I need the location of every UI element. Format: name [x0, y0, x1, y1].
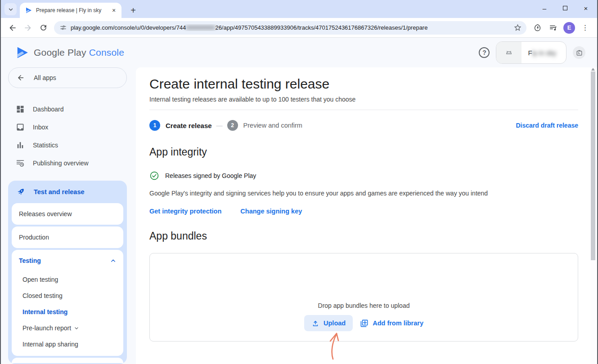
- tab-close-icon[interactable]: ×: [110, 6, 118, 14]
- url-text: play.google.com/console/u/0/developers/7…: [71, 24, 513, 31]
- check-circle-icon: [149, 171, 159, 181]
- add-from-library-button[interactable]: Add from library: [360, 319, 423, 328]
- forward-arrow-icon: [23, 23, 32, 32]
- sidebar-item-inbox[interactable]: Inbox: [8, 118, 136, 136]
- forward-button[interactable]: [21, 21, 35, 35]
- step-1-label: Create release: [166, 122, 212, 129]
- bookmark-star-icon[interactable]: [513, 23, 522, 32]
- console-header: Google Play Console ? Fly in sky: [1, 38, 597, 67]
- test-and-release-label: Test and release: [34, 188, 85, 195]
- new-tab-button[interactable]: +: [127, 4, 139, 17]
- chevron-down-icon: [74, 325, 79, 331]
- app-name-redacted: ly in sky: [532, 49, 556, 57]
- logo-console: Console: [89, 47, 124, 58]
- app-bundles-heading: App bundles: [149, 230, 578, 242]
- tab-title: Prepare release | Fly in sky: [36, 7, 106, 13]
- sidebar-item-publishing-overview[interactable]: Publishing overview: [8, 154, 136, 172]
- step-2-label: Preview and confirm: [243, 122, 302, 129]
- testing-label: Testing: [19, 257, 41, 264]
- scroll-up-arrow-icon[interactable]: [591, 68, 595, 71]
- help-button[interactable]: ?: [479, 47, 490, 58]
- browser-window: Prepare release | Fly in sky × + – × pla…: [0, 0, 598, 364]
- play-console-logo-icon: [16, 45, 29, 60]
- url-redacted-segment: 000000000: [186, 24, 215, 31]
- main-content: Create internal testing release Internal…: [136, 67, 597, 364]
- current-app-name: Fly in sky: [522, 49, 566, 57]
- drop-hint-text: Drop app bundles here to upload: [318, 302, 410, 309]
- sidebar-item-open-testing[interactable]: Open testing: [12, 271, 123, 288]
- scrollbar-thumb[interactable]: [591, 71, 595, 260]
- media-controls-button[interactable]: [546, 21, 561, 35]
- url-prefix: play.google.com/console/u/0/developers/7…: [71, 24, 186, 31]
- browser-toolbar: play.google.com/console/u/0/developers/7…: [1, 18, 597, 38]
- publishing-overview-icon: [16, 159, 25, 168]
- play-console-logo[interactable]: Google Play Console: [16, 45, 124, 60]
- step-preview-confirm[interactable]: 2 Preview and confirm: [227, 120, 302, 131]
- rocket-icon: [16, 187, 26, 197]
- sidebar-item-internal-app-sharing[interactable]: Internal app sharing: [12, 336, 123, 352]
- sidebar-item-internal-testing[interactable]: Internal testing: [12, 304, 123, 320]
- upload-icon: [311, 319, 319, 327]
- url-address-bar[interactable]: play.google.com/console/u/0/developers/7…: [54, 21, 526, 35]
- app-bundle-dropzone[interactable]: Drop app bundles here to upload Upload A…: [149, 253, 578, 342]
- page-subtitle: Internal testing releases are available …: [149, 96, 578, 103]
- sidebar-item-production[interactable]: Production: [12, 226, 123, 248]
- add-from-library-label: Add from library: [373, 320, 423, 327]
- card-testing: Testing Open testing Closed testing Inte…: [12, 250, 123, 356]
- signed-status-row: Releases signed by Google Play: [149, 171, 578, 181]
- android-icon-wrap: [496, 42, 522, 63]
- dashboard-icon: [16, 105, 25, 114]
- integrity-links: Get integrity protection Change signing …: [149, 208, 578, 215]
- maximize-button[interactable]: [555, 0, 576, 16]
- pre-launch-report-label: Pre-launch report: [22, 324, 71, 332]
- sidebar-item-testing[interactable]: Testing: [12, 250, 123, 271]
- page-scrollbar[interactable]: [590, 67, 596, 364]
- chevron-down-icon: [8, 7, 13, 12]
- sidebar-item-statistics[interactable]: Statistics: [8, 136, 136, 154]
- sidebar-item-test-and-release[interactable]: Test and release: [12, 181, 123, 203]
- browser-menu-button[interactable]: ⋮: [578, 21, 593, 35]
- browser-tab[interactable]: Prepare release | Fly in sky ×: [20, 3, 121, 18]
- header-actions: ? Fly in sky: [479, 41, 585, 64]
- sidebar-item-dashboard[interactable]: Dashboard: [8, 100, 136, 118]
- all-apps-button[interactable]: All apps: [8, 67, 127, 88]
- app-name-visible: F: [528, 49, 532, 57]
- step-connector: —: [216, 122, 223, 129]
- reload-button[interactable]: [36, 21, 50, 35]
- page-title: Create internal testing release: [149, 76, 578, 92]
- logo-google-play: Google Play: [34, 47, 86, 58]
- chevron-up-icon: [110, 258, 116, 264]
- all-apps-label: All apps: [34, 74, 56, 81]
- minimize-button[interactable]: –: [534, 0, 555, 16]
- back-button[interactable]: [5, 21, 20, 35]
- window-controls: – ×: [534, 0, 596, 16]
- integrity-description: Google Play's integrity and signing serv…: [149, 190, 578, 197]
- test-and-release-section: Test and release Releases overview Produ…: [8, 181, 127, 364]
- account-badge-button[interactable]: [573, 46, 585, 59]
- step-create-release[interactable]: 1 Create release: [149, 120, 212, 131]
- site-settings-icon: [59, 24, 67, 31]
- discard-draft-release-link[interactable]: Discard draft release: [516, 122, 578, 129]
- sidebar-item-pre-launch-report[interactable]: Pre-launch report: [12, 320, 123, 336]
- sidebar-item-closed-testing[interactable]: Closed testing: [12, 288, 123, 304]
- sidebar-item-releases-overview[interactable]: Releases overview: [12, 203, 123, 225]
- maximize-icon: [563, 6, 567, 10]
- sidebar: All apps Dashboard Inbox Statistics: [1, 67, 136, 364]
- extension-leaf-button[interactable]: [530, 21, 545, 35]
- get-integrity-protection-link[interactable]: Get integrity protection: [149, 208, 221, 215]
- card-next-partial: [12, 358, 123, 363]
- upload-button[interactable]: Upload: [304, 315, 353, 331]
- profile-avatar[interactable]: E: [563, 22, 575, 34]
- app-integrity-heading: App integrity: [149, 146, 578, 158]
- logo-text: Google Play Console: [34, 47, 124, 58]
- tab-search-button[interactable]: [4, 3, 17, 15]
- reload-icon: [39, 23, 48, 32]
- sidebar-item-label: Statistics: [33, 142, 58, 149]
- release-stepper: 1 Create release — 2 Preview and confirm…: [149, 120, 578, 131]
- media-playlist-icon: [549, 23, 558, 32]
- step-1-circle: 1: [149, 120, 160, 131]
- close-button[interactable]: ×: [576, 0, 596, 16]
- app-switcher[interactable]: Fly in sky: [496, 41, 567, 64]
- sidebar-nav: Dashboard Inbox Statistics Publishing ov…: [8, 100, 136, 172]
- change-signing-key-link[interactable]: Change signing key: [240, 208, 302, 215]
